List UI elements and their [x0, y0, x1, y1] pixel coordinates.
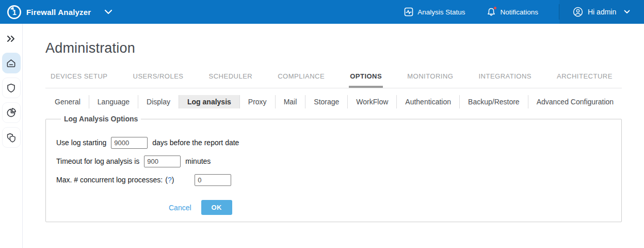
sidebar-item-policies[interactable] [2, 127, 21, 148]
main-tabs: DEVICES SETUP USERS/ROLES SCHEDULER COMP… [45, 69, 622, 88]
notifications-button[interactable]: Notifications [487, 7, 538, 17]
tab-compliance[interactable]: COMPLIANCE [277, 69, 326, 88]
log-analysis-options-panel: Log Analysis Options Use log starting da… [45, 115, 622, 222]
sidebar-item-reports[interactable] [2, 102, 21, 123]
subtab-language[interactable]: Language [89, 95, 138, 109]
tab-options[interactable]: OPTIONS [349, 69, 383, 88]
double-chevron-right-icon [7, 35, 15, 42]
help-paren-close: ) [172, 176, 174, 184]
subtab-mail[interactable]: Mail [275, 95, 305, 109]
timeout-label: Timeout for log analysis is [56, 157, 139, 165]
pie-chart-icon [6, 107, 17, 118]
concurrent-processes-label: Max. # concurrent log processes: [56, 176, 163, 184]
ok-button[interactable]: OK [201, 200, 232, 215]
cancel-button[interactable]: Cancel [169, 204, 191, 212]
user-menu-chevron-down-icon [624, 10, 630, 14]
log-start-suffix: days before the report date [152, 138, 239, 147]
shield-icon [6, 83, 17, 94]
tab-devices-setup[interactable]: DEVICES SETUP [50, 69, 109, 88]
subtab-log-analysis[interactable]: Log analysis [179, 95, 239, 109]
tab-scheduler[interactable]: SCHEDULER [208, 69, 254, 88]
timeout-minutes-input[interactable] [144, 156, 181, 167]
user-menu[interactable]: Hi admin [559, 0, 644, 24]
subtab-display[interactable]: Display [138, 95, 179, 109]
svg-text:1: 1 [12, 8, 17, 17]
sidebar-item-security[interactable] [2, 78, 21, 98]
home-icon [6, 58, 17, 69]
user-greeting: Hi admin [588, 8, 616, 16]
notifications-label: Notifications [500, 8, 538, 16]
timeout-row: Timeout for log analysis is minutes [56, 155, 621, 167]
analysis-status-icon [404, 7, 413, 17]
app-brand[interactable]: 1 Firewall Analyzer [0, 5, 112, 19]
subtab-advanced-configuration[interactable]: Advanced Configuration [528, 95, 622, 109]
help-link[interactable]: (?) [165, 176, 174, 184]
subtab-proxy[interactable]: Proxy [239, 95, 275, 109]
analysis-status-label: Analysis Status [417, 8, 465, 16]
sidebar [0, 24, 23, 248]
options-sub-tabs: General Language Display Log analysis Pr… [46, 95, 644, 109]
timeout-suffix: minutes [185, 157, 211, 165]
app-name: Firewall Analyzer [26, 8, 91, 17]
tab-users-roles[interactable]: USERS/ROLES [132, 69, 185, 88]
concurrent-processes-input[interactable] [195, 174, 231, 186]
sidebar-expand-button[interactable] [7, 30, 15, 48]
tab-monitoring[interactable]: MONITORING [406, 69, 454, 88]
form-actions: Cancel OK [169, 200, 621, 215]
help-question-icon[interactable]: ? [168, 176, 172, 184]
subtab-backup-restore[interactable]: Backup/Restore [459, 95, 528, 109]
bell-icon [487, 7, 496, 17]
subtab-general[interactable]: General [46, 95, 89, 109]
panel-legend: Log Analysis Options [61, 115, 141, 123]
double-shield-icon [6, 132, 17, 143]
user-avatar-icon [573, 7, 583, 17]
tab-integrations[interactable]: INTEGRATIONS [477, 69, 533, 88]
subtab-authentication[interactable]: Authentication [396, 95, 459, 109]
concurrent-processes-row: Max. # concurrent log processes: (?) [56, 174, 621, 186]
log-start-row: Use log starting days before the report … [56, 136, 621, 149]
log-start-label: Use log starting [56, 138, 106, 147]
main-content: Administration DEVICES SETUP USERS/ROLES… [23, 24, 644, 248]
topbar: 1 Firewall Analyzer Analysis Status Noti… [0, 0, 644, 24]
subtab-workflow[interactable]: WorkFlow [347, 95, 396, 109]
tab-architecture[interactable]: ARCHITECTURE [556, 69, 614, 88]
analysis-status-button[interactable]: Analysis Status [404, 7, 465, 17]
app-logo-icon: 1 [7, 5, 21, 19]
page-title: Administration [45, 40, 644, 56]
subtab-storage[interactable]: Storage [305, 95, 347, 109]
notification-dot-badge [493, 6, 497, 10]
sidebar-item-home[interactable] [2, 53, 21, 73]
log-start-days-input[interactable] [111, 137, 148, 149]
app-switcher-chevron-down-icon[interactable] [104, 9, 112, 14]
